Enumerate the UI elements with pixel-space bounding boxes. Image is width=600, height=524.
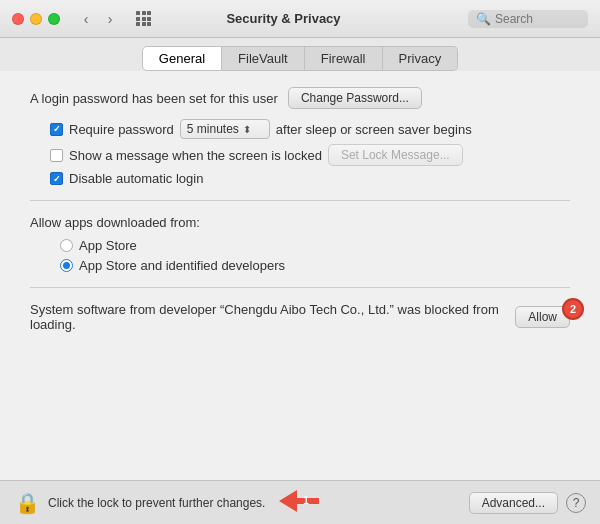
titlebar: ‹ › Security & Privacy 🔍: [0, 0, 600, 38]
show-message-row: Show a message when the screen is locked…: [50, 144, 570, 166]
app-store-label: App Store: [79, 238, 137, 253]
app-store-devs-label: App Store and identified developers: [79, 258, 285, 273]
lock-text: Click the lock to prevent further change…: [48, 496, 265, 510]
change-password-button[interactable]: Change Password...: [288, 87, 422, 109]
login-password-row: A login password has been set for this u…: [30, 87, 570, 109]
app-store-radio-row: App Store: [60, 238, 570, 253]
svg-text:1: 1: [304, 495, 310, 506]
search-box[interactable]: 🔍: [468, 10, 588, 28]
require-password-select[interactable]: 5 minutes ⬍: [180, 119, 270, 139]
require-password-row: Require password 5 minutes ⬍ after sleep…: [50, 119, 570, 139]
close-button[interactable]: [12, 13, 24, 25]
tab-general[interactable]: General: [142, 46, 222, 71]
app-store-radio[interactable]: [60, 239, 73, 252]
lock-area: 🔒 Click the lock to prevent further chan…: [14, 490, 319, 516]
app-store-devs-radio[interactable]: [60, 259, 73, 272]
set-lock-message-button[interactable]: Set Lock Message...: [328, 144, 463, 166]
tab-privacy[interactable]: Privacy: [383, 46, 459, 71]
svg-marker-0: [279, 490, 319, 512]
select-arrow-icon: ⬍: [243, 124, 251, 135]
search-input[interactable]: [495, 12, 585, 26]
software-block-row: System software from developer “Chengdu …: [30, 302, 570, 332]
lock-icon[interactable]: 🔒: [14, 490, 40, 516]
back-button[interactable]: ‹: [76, 9, 96, 29]
divider-1: [30, 200, 570, 201]
disable-auto-login-checkbox[interactable]: [50, 172, 63, 185]
bottom-bar: 🔒 Click the lock to prevent further chan…: [0, 480, 600, 524]
require-password-label: Require password: [69, 122, 174, 137]
disable-auto-login-row: Disable automatic login: [50, 171, 570, 186]
tab-firewall[interactable]: Firewall: [305, 46, 383, 71]
window-title: Security & Privacy: [107, 11, 460, 26]
allow-button-wrap: Allow 2: [515, 306, 570, 328]
arrow-annotation-1: 1: [279, 490, 319, 512]
maximize-button[interactable]: [48, 13, 60, 25]
divider-2: [30, 287, 570, 288]
search-icon: 🔍: [476, 12, 491, 26]
traffic-lights: [12, 13, 60, 25]
allow-apps-label: Allow apps downloaded from:: [30, 215, 570, 230]
tab-filevault[interactable]: FileVault: [222, 46, 305, 71]
require-password-checkbox[interactable]: [50, 123, 63, 136]
app-store-devs-radio-row: App Store and identified developers: [60, 258, 570, 273]
main-content: A login password has been set for this u…: [0, 71, 600, 480]
help-button[interactable]: ?: [566, 493, 586, 513]
show-message-label: Show a message when the screen is locked: [69, 148, 322, 163]
advanced-button[interactable]: Advanced...: [469, 492, 558, 514]
require-password-suffix: after sleep or screen saver begins: [276, 122, 472, 137]
show-message-checkbox[interactable]: [50, 149, 63, 162]
minimize-button[interactable]: [30, 13, 42, 25]
badge-2: 2: [562, 298, 584, 320]
disable-auto-login-label: Disable automatic login: [69, 171, 203, 186]
tab-bar: General FileVault Firewall Privacy: [0, 38, 600, 71]
login-password-text: A login password has been set for this u…: [30, 91, 278, 106]
software-block-text: System software from developer “Chengdu …: [30, 302, 505, 332]
bottom-right: Advanced... ?: [469, 492, 586, 514]
